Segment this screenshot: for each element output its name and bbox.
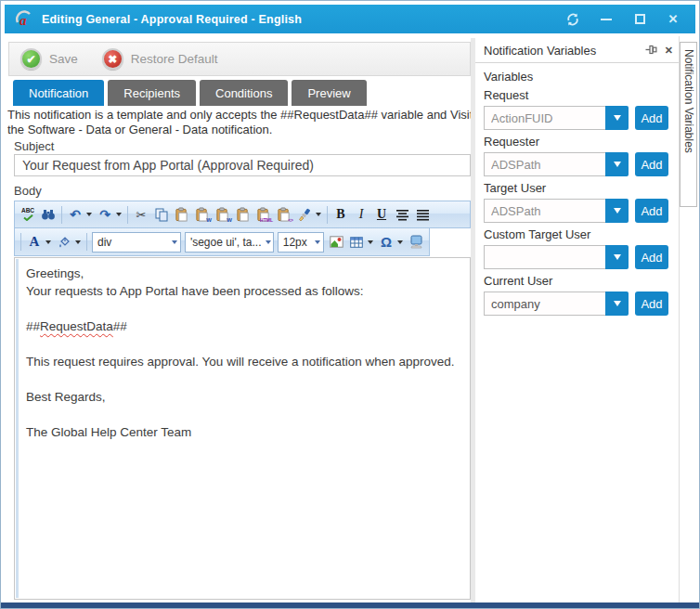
paste-from-word-icon: W xyxy=(195,207,210,222)
target-user-dropdown-button[interactable] xyxy=(605,199,629,223)
body-line-request-token: ##RequestData## xyxy=(26,317,460,335)
tab-conditions[interactable]: Conditions xyxy=(200,80,288,106)
close-button[interactable]: ✕ xyxy=(666,12,681,27)
format-painter-button[interactable] xyxy=(294,203,315,226)
paste-from-word-strip-button[interactable]: W xyxy=(213,203,233,226)
paste-icon xyxy=(175,207,189,222)
var-label-requester: Requester xyxy=(484,135,676,149)
table-icon xyxy=(350,237,363,248)
body-line-team: The Global Help Center Team xyxy=(26,423,460,441)
paste-as-html-button[interactable]: HTML xyxy=(253,203,274,226)
target-user-add-button[interactable]: Add xyxy=(635,199,668,223)
window-title: Editing General - Approval Required - En… xyxy=(42,13,302,26)
paste-button[interactable] xyxy=(172,203,192,226)
italic-button[interactable]: I xyxy=(351,203,371,226)
side-tab-label: Notification Variables xyxy=(682,49,695,206)
requester-dropdown-button[interactable] xyxy=(605,152,629,176)
tab-notification[interactable]: Notification xyxy=(13,80,104,106)
paragraph-style-dropdown[interactable]: div xyxy=(92,232,181,253)
font-family-dropdown[interactable]: 'segoe ui', ta... xyxy=(185,232,274,253)
custom-target-user-variable-input[interactable] xyxy=(484,245,605,269)
spellcheck-button[interactable]: ABC xyxy=(18,203,38,226)
font-color-caret[interactable] xyxy=(45,240,51,244)
requester-variable-input[interactable] xyxy=(484,152,605,176)
align-center-icon xyxy=(395,209,409,221)
redo-button[interactable]: ↷ xyxy=(95,203,115,226)
body-line-greeting: Greetings, xyxy=(26,265,460,282)
notification-variables-side-tab[interactable]: Notification Variables xyxy=(680,42,697,207)
current-user-dropdown-button[interactable] xyxy=(605,292,629,316)
paragraph-style-value: div xyxy=(97,236,111,249)
scissors-icon: ✂ xyxy=(136,209,147,221)
image-manager-icon xyxy=(330,236,344,248)
current-user-add-button[interactable]: Add xyxy=(635,292,668,316)
panel-header: Notification Variables ✕ xyxy=(475,38,679,63)
request-add-button[interactable]: Add xyxy=(635,106,668,130)
font-size-dropdown[interactable]: 12px xyxy=(278,232,324,253)
format-painter-caret[interactable] xyxy=(316,213,321,216)
body-line-blank xyxy=(26,406,460,423)
font-family-value: 'segoe ui', ta... xyxy=(190,236,262,249)
panel-close-icon[interactable]: ✕ xyxy=(665,45,673,57)
request-dropdown-button[interactable] xyxy=(605,106,629,130)
target-user-variable-input[interactable] xyxy=(484,199,605,223)
background-color-caret[interactable] xyxy=(75,240,81,244)
insert-media-button[interactable] xyxy=(406,231,426,253)
copy-icon xyxy=(155,208,168,222)
var-label-current-user: Current User xyxy=(484,274,676,288)
image-manager-button[interactable] xyxy=(326,231,346,253)
custom-target-user-dropdown-button[interactable] xyxy=(605,245,629,269)
rich-text-editor-toolbar: ABC ↶ ↷ ✂ xyxy=(14,201,471,256)
paste-html-button[interactable]: <> xyxy=(274,203,294,226)
paste-from-word-button[interactable]: W xyxy=(192,203,213,226)
panel-title: Notification Variables xyxy=(484,44,645,58)
var-row-request: Add xyxy=(484,106,676,130)
cut-button[interactable]: ✂ xyxy=(131,203,151,226)
font-color-button[interactable]: A xyxy=(24,231,45,253)
editing-notification-window: a Editing General - Approval Required - … xyxy=(0,0,700,609)
minimize-button[interactable] xyxy=(599,12,614,27)
insert-symbol-button[interactable]: Ω xyxy=(376,231,396,253)
insert-table-button[interactable] xyxy=(346,231,367,253)
background-color-button[interactable] xyxy=(54,231,74,253)
body-editor[interactable]: Greetings, Your requests to App Portal h… xyxy=(14,257,471,600)
pin-icon[interactable] xyxy=(645,42,657,58)
align-center-button[interactable] xyxy=(392,203,412,226)
window-controls: ✕ xyxy=(565,5,681,33)
request-variable-input[interactable] xyxy=(484,106,605,130)
underline-button[interactable]: U xyxy=(371,203,392,226)
justify-button[interactable] xyxy=(412,203,433,226)
italic-icon: I xyxy=(359,208,364,221)
restore-default-label: Restore Default xyxy=(131,52,218,66)
tab-recipients[interactable]: Recipients xyxy=(108,80,196,106)
editor-left-gutter xyxy=(16,259,19,598)
symbol-dropdown-caret[interactable] xyxy=(397,240,403,244)
requester-add-button[interactable]: Add xyxy=(635,152,668,176)
copy-button[interactable] xyxy=(151,203,172,226)
var-row-custom-target-user: Add xyxy=(484,245,676,269)
bold-button[interactable]: B xyxy=(331,203,351,226)
find-button[interactable] xyxy=(38,203,58,226)
bold-icon: B xyxy=(336,208,344,221)
maximize-button[interactable] xyxy=(632,12,647,27)
restore-default-button[interactable]: ✖ Restore Default xyxy=(102,48,218,70)
format-painter-icon xyxy=(298,208,312,222)
undo-dropdown-caret[interactable] xyxy=(86,213,92,216)
undo-button[interactable]: ↶ xyxy=(65,203,85,226)
paste-plain-text-button[interactable] xyxy=(233,203,253,226)
body-line-regards: Best Regards, xyxy=(26,388,460,406)
refresh-button[interactable] xyxy=(565,12,580,27)
app-portal-logo-icon: a xyxy=(14,9,34,30)
save-check-icon: ✔ xyxy=(20,48,42,70)
save-button[interactable]: ✔ Save xyxy=(20,48,78,70)
redo-dropdown-caret[interactable] xyxy=(116,213,122,216)
command-toolbar: ✔ Save ✖ Restore Default xyxy=(8,42,471,76)
table-dropdown-caret[interactable] xyxy=(368,240,373,244)
justify-icon xyxy=(416,209,430,221)
template-info-line1: This notification is a template and only… xyxy=(7,108,472,123)
current-user-variable-input[interactable] xyxy=(484,292,605,316)
custom-target-user-add-button[interactable]: Add xyxy=(635,245,668,269)
tab-preview[interactable]: Preview xyxy=(292,80,366,106)
font-size-value: 12px xyxy=(283,236,307,249)
subject-input[interactable] xyxy=(14,154,471,176)
